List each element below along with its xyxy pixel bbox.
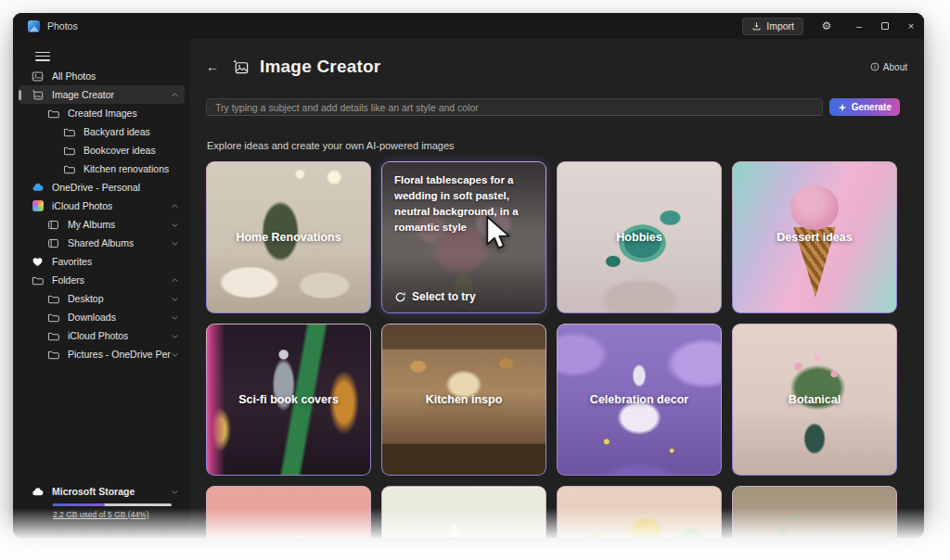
tile-artwork: Dessert ideas xyxy=(733,162,896,312)
titlebar: Photos Import ⚙ – × xyxy=(13,13,924,39)
settings-gear-icon[interactable]: ⚙ xyxy=(813,19,841,32)
sidebar-item-label: Pictures - OneDrive Personal xyxy=(68,349,171,360)
hamburger-menu-icon[interactable] xyxy=(35,46,50,66)
chevron-up-icon xyxy=(171,276,179,285)
storage-section: Microsoft Storage 2.2 GB used of 5 GB (4… xyxy=(13,482,190,519)
heart-icon xyxy=(32,256,44,268)
album-icon xyxy=(47,219,59,231)
chevron-up-icon xyxy=(171,91,179,99)
folder-icon xyxy=(32,274,44,286)
folder-icon xyxy=(63,163,75,175)
idea-tile-partial-9[interactable] xyxy=(381,486,546,538)
sidebar-item-my-albums[interactable]: My Albums xyxy=(19,215,185,234)
import-label: Import xyxy=(766,20,794,32)
import-icon xyxy=(751,21,762,32)
sidebar-item-shared-albums[interactable]: Shared Albums xyxy=(19,234,185,252)
generate-label: Generate xyxy=(852,102,892,112)
all-photos-icon xyxy=(32,70,44,83)
chevron-down-icon xyxy=(171,332,179,340)
idea-tile-partial-11[interactable] xyxy=(732,486,897,538)
storage-label: Microsoft Storage xyxy=(52,486,135,497)
sidebar-item-folders[interactable]: Folders xyxy=(19,271,185,289)
sidebar-item-label: iCloud Photos xyxy=(52,200,112,211)
maximize-button[interactable] xyxy=(872,13,898,39)
prompt-input[interactable] xyxy=(206,98,823,116)
chevron-down-icon xyxy=(171,313,179,322)
mouse-cursor xyxy=(484,215,512,252)
album-icon xyxy=(47,237,59,249)
main-content: ← Image Creator About Generate Explore i… xyxy=(192,39,924,538)
idea-tile-kitchen-inspo[interactable]: Kitchen inspo xyxy=(381,324,546,476)
sidebar-item-label: Shared Albums xyxy=(68,237,134,248)
retry-icon xyxy=(394,291,406,303)
sidebar-item-label: Downloads xyxy=(68,312,116,323)
select-to-try-cta: Select to try xyxy=(394,290,476,303)
idea-tile-sci-fi-book-covers[interactable]: Sci-fi book covers xyxy=(206,324,371,476)
idea-tile-dessert-ideas[interactable]: Dessert ideas xyxy=(732,161,897,313)
sidebar-nav-list: All PhotosImage CreatorCreated ImagesBac… xyxy=(13,67,190,363)
tile-artwork: Home Renovations xyxy=(207,162,370,312)
idea-tile-botanical[interactable]: Botanical xyxy=(732,324,897,476)
sidebar: All PhotosImage CreatorCreated ImagesBac… xyxy=(13,39,191,538)
about-label: About xyxy=(883,62,907,72)
image-creator-icon xyxy=(232,58,250,76)
sidebar-item-label: Created Images xyxy=(68,108,137,119)
idea-tile-home-renovations[interactable]: Home Renovations xyxy=(206,161,371,313)
chevron-down-icon xyxy=(171,488,179,496)
sidebar-item-label: Desktop xyxy=(68,293,104,304)
sidebar-item-bookcover-ideas[interactable]: Bookcover ideas xyxy=(19,141,185,159)
sidebar-item-icloud-photos[interactable]: iCloud Photos xyxy=(19,326,185,345)
sidebar-item-favorites[interactable]: Favorites xyxy=(19,252,185,271)
sidebar-item-label: Favorites xyxy=(52,256,92,267)
tile-artwork: Hobbies xyxy=(558,162,721,312)
sidebar-item-kitchen-renovations[interactable]: Kitchen renovations xyxy=(19,159,185,178)
selected-indicator xyxy=(19,90,21,100)
close-button[interactable]: × xyxy=(898,13,924,39)
back-button[interactable]: ← xyxy=(206,59,225,74)
info-icon xyxy=(870,62,879,71)
minimize-button[interactable]: – xyxy=(846,13,872,39)
idea-tile-partial-10[interactable] xyxy=(557,486,722,538)
idea-tile-celebration-decor[interactable]: Celebration decor xyxy=(557,324,722,476)
tile-label: Sci-fi book covers xyxy=(212,393,365,406)
app-title: Photos xyxy=(47,20,78,32)
tile-artwork: Botanical xyxy=(733,325,896,475)
generate-button[interactable]: Generate xyxy=(829,98,900,116)
page-title: Image Creator xyxy=(260,57,380,77)
sidebar-item-backyard-ideas[interactable]: Backyard ideas xyxy=(19,122,185,141)
folder-icon xyxy=(47,312,59,324)
folder-icon xyxy=(47,330,59,342)
about-button[interactable]: About xyxy=(870,62,907,72)
tile-artwork xyxy=(733,487,896,538)
idea-tile-partial-8[interactable] xyxy=(206,486,371,538)
chevron-up-icon xyxy=(171,202,179,210)
folder-icon xyxy=(47,349,59,361)
sidebar-item-label: Image Creator xyxy=(52,89,114,100)
main-header: ← Image Creator About xyxy=(206,57,907,77)
storage-usage-link[interactable]: 2.2 GB used of 5 GB (44%) xyxy=(53,510,172,519)
sidebar-item-icloud-photos[interactable]: iCloud Photos xyxy=(19,197,185,215)
sidebar-item-microsoft-storage[interactable]: Microsoft Storage xyxy=(19,482,185,501)
sidebar-item-downloads[interactable]: Downloads xyxy=(19,308,185,326)
sidebar-item-pictures-onedrive-personal[interactable]: Pictures - OneDrive Personal xyxy=(19,345,185,363)
tile-artwork: Kitchen inspo xyxy=(382,325,546,475)
sidebar-item-desktop[interactable]: Desktop xyxy=(19,289,185,308)
photos-app-icon xyxy=(28,20,40,32)
sidebar-item-label: Bookcover ideas xyxy=(83,145,156,156)
chevron-down-icon xyxy=(171,221,179,229)
import-button[interactable]: Import xyxy=(742,18,803,35)
chevron-down-icon xyxy=(171,295,179,303)
storage-progress-bar xyxy=(53,503,172,506)
sidebar-item-label: iCloud Photos xyxy=(68,330,128,341)
prompt-text: Floral tablescapes for a wedding in soft… xyxy=(394,172,534,235)
tile-artwork: Floral tablescapes for a wedding in soft… xyxy=(382,162,546,312)
tile-artwork: Sci-fi book covers xyxy=(207,325,370,475)
sidebar-item-image-creator[interactable]: Image Creator xyxy=(19,85,185,104)
sidebar-item-all-photos[interactable]: All Photos xyxy=(19,67,185,85)
tile-artwork xyxy=(207,487,370,538)
sidebar-item-created-images[interactable]: Created Images xyxy=(19,104,185,122)
idea-tile-hobbies[interactable]: Hobbies xyxy=(557,161,722,313)
prompt-suggestion-card[interactable]: Floral tablescapes for a wedding in soft… xyxy=(381,161,546,313)
sidebar-item-onedrive-personal[interactable]: OneDrive - Personal xyxy=(19,178,185,197)
sparkle-icon xyxy=(838,103,847,112)
